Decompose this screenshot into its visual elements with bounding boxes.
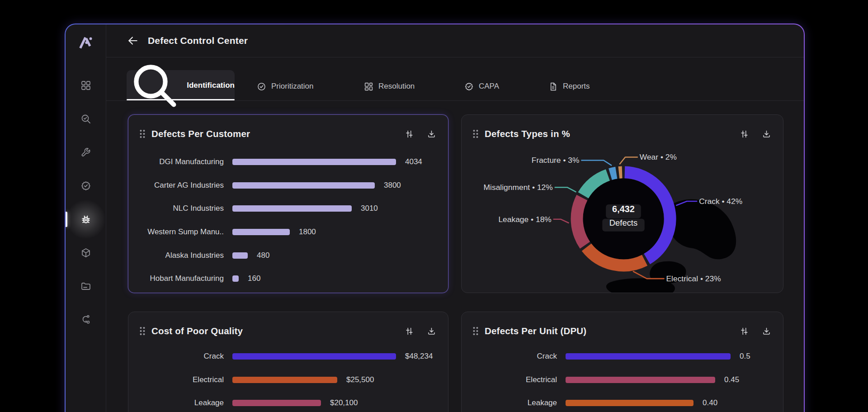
card-header: Cost of Poor Quality: [128, 324, 448, 338]
bar-value: 3010: [361, 204, 378, 213]
tune-icon: [740, 327, 749, 336]
bar-row: Hobart Manufacturing160: [128, 267, 448, 290]
download-button[interactable]: [427, 327, 436, 336]
donut-segment-fracture[interactable]: [610, 173, 616, 174]
bar: [232, 182, 375, 189]
bar-chart: Crack0.5Electrical0.45Leakage0.40: [462, 345, 783, 412]
bar-value: 0.5: [740, 352, 750, 361]
bar-row: Leakage0.40: [462, 391, 783, 412]
card-actions: [405, 129, 436, 139]
drag-handle-icon: [472, 327, 479, 336]
bar-chart: Crack$48,234Electrical$25,500Leakage$20,…: [128, 345, 448, 412]
bar-category-label: Crack: [137, 352, 224, 361]
card-title: Defects Per Unit (DPU): [485, 326, 586, 336]
donut-center-caption: Defects: [609, 218, 637, 227]
drag-handle[interactable]: [139, 129, 146, 138]
bar-value: 4034: [405, 157, 422, 166]
bar-row: Electrical$25,500: [128, 368, 448, 392]
dashboard-grid: Defects Per Customer DGI Manufacturing40…: [66, 24, 804, 412]
bar: [232, 275, 239, 282]
bar: [566, 377, 715, 383]
card-defects-per-unit-dpu: Defects Per Unit (DPU) Crack0.5Electrica…: [461, 312, 783, 412]
card-actions: [740, 327, 771, 336]
bar-category-label: Electrical: [471, 375, 557, 384]
bar-row: Alaska Industries480: [128, 244, 448, 267]
bar-row: Leakage$20,100: [128, 391, 448, 412]
tune-icon: [405, 129, 414, 139]
bar-category-label: Crack: [471, 352, 557, 361]
bar-chart: DGI Manufacturing4034Carter AG Industrie…: [128, 150, 448, 290]
drag-handle-icon: [139, 327, 146, 336]
donut-chart: Crack • 42%Electrical • 23%Leakage • 18%…: [462, 115, 783, 293]
bar-row: Crack$48,234: [128, 345, 448, 368]
bar-row: NLC Industries3010: [128, 197, 448, 220]
bar: [232, 252, 248, 259]
bar: [232, 159, 396, 165]
chart-settings-button[interactable]: [405, 129, 414, 139]
tune-icon: [405, 327, 414, 336]
bar-category-label: Alaska Industries: [137, 251, 224, 260]
bar-category-label: Electrical: [137, 375, 224, 384]
bar: [566, 400, 693, 406]
ink-blob-artifact: [667, 199, 736, 260]
donut-segment-label: Fracture • 3%: [532, 156, 580, 165]
bar-value: 1800: [299, 227, 316, 237]
bar-category-label: Western Sump Manu..: [137, 227, 224, 237]
bar: [232, 229, 290, 235]
card-header: Defects Per Unit (DPU): [462, 324, 783, 338]
drag-handle[interactable]: [139, 327, 146, 336]
bar: [566, 353, 731, 360]
donut-segment-label: Misalignment • 12%: [484, 183, 553, 192]
chart-settings-button[interactable]: [405, 327, 414, 336]
bar-row: Carter AG Industries3800: [128, 174, 448, 197]
bar-category-label: Hobart Manufacturing: [137, 274, 224, 283]
download-icon: [427, 129, 436, 139]
bar-value: 0.45: [724, 375, 739, 384]
donut-leader-line: [555, 187, 576, 192]
donut-segment-label: Electrical • 23%: [666, 274, 721, 283]
donut-segment-label: Crack • 42%: [699, 197, 742, 206]
bar-value: 480: [257, 251, 269, 260]
card-defects-per-customer: Defects Per Customer DGI Manufacturing40…: [128, 114, 448, 293]
bar-row: Crack0.5: [462, 345, 783, 368]
card-header: Defects Per Customer: [128, 127, 448, 141]
download-button[interactable]: [762, 327, 771, 336]
card-cost-of-poor-quality: Cost of Poor Quality Crack$48,234Electri…: [128, 312, 448, 412]
donut-center-value: 6,432: [612, 204, 635, 214]
bar-row: DGI Manufacturing4034: [128, 150, 448, 174]
bar: [232, 353, 396, 360]
download-icon: [427, 327, 436, 336]
drag-handle-icon: [139, 129, 146, 138]
bar-value: $25,500: [346, 375, 374, 384]
donut-leader-line: [620, 157, 637, 164]
download-button[interactable]: [427, 129, 436, 139]
bar: [232, 377, 337, 383]
donut-leader-line: [554, 219, 569, 223]
drag-handle[interactable]: [472, 327, 479, 336]
bar-row: Western Sump Manu..1800: [128, 220, 448, 244]
card-title: Cost of Poor Quality: [151, 326, 243, 336]
donut-segment-label: Wear • 2%: [640, 152, 677, 161]
bar: [232, 400, 321, 406]
bar-row: Electrical0.45: [462, 368, 783, 392]
bar-category-label: Carter AG Industries: [137, 181, 224, 190]
donut-segment-label: Leakage • 18%: [498, 215, 551, 224]
bar: [232, 205, 352, 212]
bar-value: 3800: [384, 181, 401, 190]
card-actions: [405, 327, 436, 336]
bar-value: $48,234: [405, 352, 433, 361]
bar-value: 160: [248, 274, 260, 283]
app-window: Defect Control Center IdentificationPrio…: [65, 24, 805, 412]
bar-category-label: Leakage: [471, 398, 557, 407]
bar-category-label: NLC Industries: [137, 204, 224, 213]
donut-leader-line: [581, 160, 611, 165]
bar-category-label: Leakage: [137, 398, 224, 407]
app-window-body: Defect Control Center IdentificationPrio…: [66, 24, 804, 412]
screen: { "window": { "title": "Defect Control C…: [0, 0, 868, 412]
download-icon: [762, 327, 771, 336]
card-title: Defects Per Customer: [151, 128, 250, 139]
bar-value: 0.40: [703, 398, 717, 407]
chart-settings-button[interactable]: [740, 327, 749, 336]
card-defects-types-in: Defects Types in % Crack • 42%Electrical…: [461, 114, 783, 293]
bar-value: $20,100: [330, 398, 358, 407]
